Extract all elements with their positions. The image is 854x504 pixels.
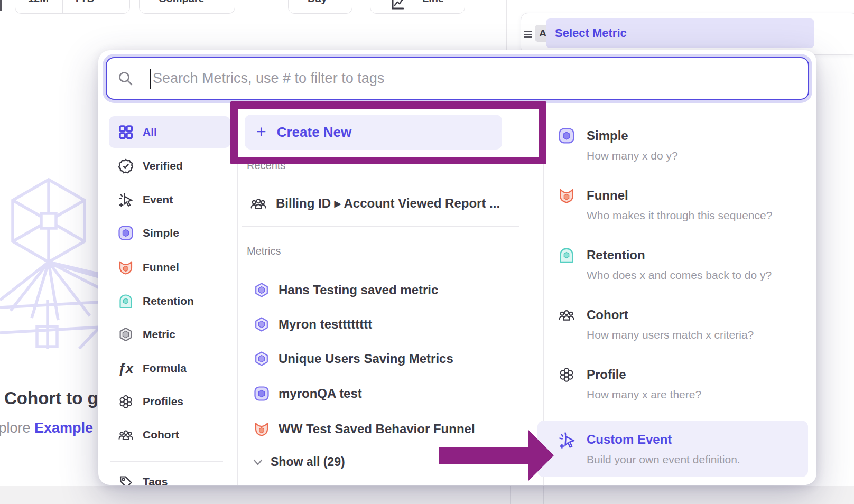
retention-icon xyxy=(118,293,134,309)
profiles-flower-icon xyxy=(558,366,575,383)
chart-type-line-button[interactable]: Line xyxy=(370,0,465,14)
sidebar-item-all[interactable]: All xyxy=(109,116,230,148)
metric-row-card: A Select Metric xyxy=(521,13,854,55)
sidebar-item-retention[interactable]: Retention xyxy=(109,290,230,313)
sidebar-item-verified[interactable]: Verified xyxy=(109,154,230,178)
event-cursor-icon xyxy=(118,192,134,208)
explore-prefix: xplore xyxy=(0,420,34,436)
metric-search-input[interactable]: Search Metrics, use # to filter to tags xyxy=(106,57,809,100)
annotation-arrow xyxy=(439,428,555,481)
sidebar-item-cohort[interactable]: Cohort xyxy=(109,423,230,446)
strip-divider xyxy=(510,486,511,504)
metric-list-item[interactable]: Hans Testing saved metric xyxy=(254,279,438,301)
compare-button[interactable]: Compare xyxy=(139,0,235,14)
simple-metric-icon xyxy=(558,127,575,144)
type-option-custom-event[interactable] xyxy=(537,421,808,477)
funnel-icon xyxy=(118,259,134,275)
chevron-down-icon xyxy=(253,459,263,466)
select-metric-pill[interactable]: Select Metric xyxy=(546,18,814,48)
text-caret xyxy=(150,69,151,89)
sidebar-item-metric[interactable]: Metric xyxy=(109,323,230,346)
cohort-people-icon xyxy=(250,195,267,212)
example-reports-link[interactable]: Example R xyxy=(34,420,107,436)
range-12m-button[interactable]: 12M xyxy=(28,0,49,5)
grid-icon xyxy=(118,124,134,140)
list-divider xyxy=(242,226,519,227)
simple-metric-icon xyxy=(254,386,270,402)
cohort-people-icon xyxy=(118,427,134,443)
panel-divider xyxy=(506,0,507,51)
strip-divider xyxy=(543,486,544,504)
interval-day-button[interactable]: Day xyxy=(288,0,352,14)
date-range-segmented-control[interactable]: 12M YTD xyxy=(15,0,130,14)
annotation-highlight-box xyxy=(230,101,546,164)
search-placeholder: Search Metrics, use # to filter to tags xyxy=(153,70,384,87)
metric-list-item[interactable]: Myron testttttttt xyxy=(254,313,372,335)
verified-badge-icon xyxy=(118,158,134,174)
custom-event-cursor-icon xyxy=(558,431,576,449)
range-ytd-button[interactable]: YTD xyxy=(73,0,95,5)
funnel-icon xyxy=(254,421,270,437)
drag-handle-icon[interactable] xyxy=(524,30,532,39)
metric-list-item[interactable]: myronQA test xyxy=(254,382,362,405)
screen: 12M YTD Compare Day Line A Select Metric… xyxy=(0,0,854,504)
retention-icon xyxy=(558,247,575,264)
sidebar-item-tags[interactable]: Tags xyxy=(109,470,230,485)
page-bottom-strip xyxy=(0,486,854,504)
recent-item-billing[interactable]: Billing ID ▸ Account Viewed Report ... xyxy=(250,193,500,214)
line-chart-icon xyxy=(391,0,404,11)
sidebar-item-simple[interactable]: Simple xyxy=(109,221,230,245)
sidebar-item-formula[interactable]: ƒx Formula xyxy=(109,357,230,380)
search-icon xyxy=(117,70,134,87)
metric-list-item[interactable]: Unique Users Saving Metrics xyxy=(254,348,453,370)
cohort-people-icon xyxy=(558,306,575,323)
clipped-left-control xyxy=(0,0,2,11)
sidebar-divider xyxy=(237,108,238,485)
metrics-heading: Metrics xyxy=(247,245,281,257)
sidebar-item-event[interactable]: Event xyxy=(109,188,230,211)
sidebar-item-profiles[interactable]: Profiles xyxy=(109,390,230,413)
formula-fx-icon: ƒx xyxy=(118,360,134,377)
saved-metric-hexagon-icon xyxy=(254,316,270,332)
sidebar-section-divider xyxy=(110,461,223,462)
show-all-button[interactable]: Show all (29) xyxy=(253,455,345,469)
profiles-flower-icon xyxy=(118,394,134,409)
sidebar-item-funnel[interactable]: Funnel xyxy=(109,256,230,279)
segment-divider xyxy=(62,0,63,13)
simple-metric-icon xyxy=(118,225,134,241)
metric-hexagon-icon xyxy=(118,326,134,342)
saved-metric-hexagon-icon xyxy=(254,282,270,298)
tag-icon xyxy=(118,474,134,485)
funnel-icon xyxy=(558,187,575,204)
saved-metric-hexagon-icon xyxy=(254,351,270,367)
